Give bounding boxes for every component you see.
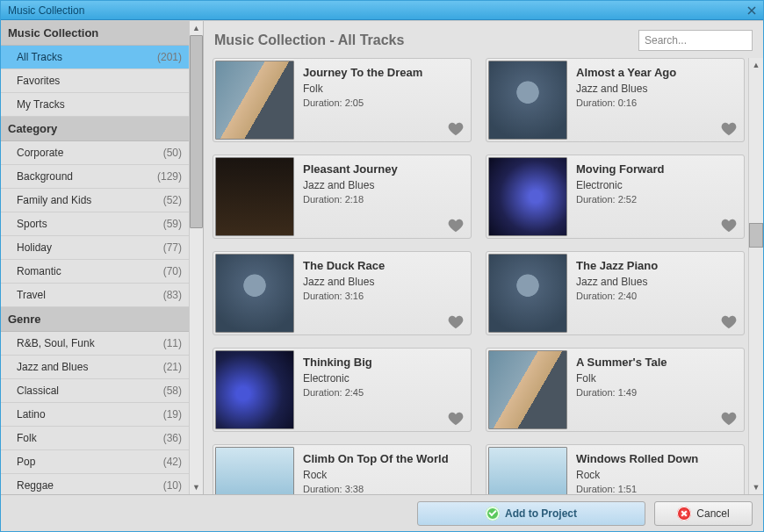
sidebar-item[interactable]: Pop(42) <box>1 450 189 474</box>
sidebar-item[interactable]: Favorites <box>1 69 189 93</box>
heart-icon <box>448 315 464 329</box>
close-button[interactable] <box>744 4 760 17</box>
sidebar-item-count: (19) <box>163 408 182 421</box>
main-scroll-track[interactable] <box>749 72 763 480</box>
track-title: The Duck Race <box>303 259 464 272</box>
main-scroll-down[interactable]: ▼ <box>749 480 763 494</box>
track-card[interactable]: The Jazz PianoJazz and BluesDuration: 2:… <box>486 251 745 335</box>
favorite-button[interactable] <box>448 219 464 233</box>
sidebar-item-label: Family and Kids <box>17 194 163 206</box>
track-genre: Folk <box>303 83 464 95</box>
track-genre: Rock <box>576 469 737 481</box>
sidebar-item-count: (201) <box>157 51 182 63</box>
track-card[interactable]: Pleasant JourneyJazz and BluesDuration: … <box>213 155 472 239</box>
track-genre: Electronic <box>576 179 737 191</box>
sidebar-section-header: Genre <box>1 307 189 332</box>
track-thumbnail <box>488 350 567 429</box>
track-card[interactable]: Journey To the DreamFolkDuration: 2:05 <box>213 58 472 142</box>
main-title: Music Collection - All Tracks <box>214 32 631 48</box>
sidebar-item[interactable]: Background(129) <box>1 165 189 189</box>
scroll-track[interactable] <box>190 35 203 480</box>
track-thumbnail <box>215 157 294 236</box>
search-input[interactable] <box>638 30 753 51</box>
track-card[interactable]: A Summer's TaleFolkDuration: 1:49 <box>486 348 745 432</box>
sidebar-item-count: (70) <box>163 265 182 277</box>
sidebar-item[interactable]: Corporate(50) <box>1 141 189 165</box>
track-card[interactable]: Thinking BigElectronicDuration: 2:45 <box>213 348 472 432</box>
sidebar-item[interactable]: Jazz and Blues(21) <box>1 356 189 379</box>
sidebar-section-header: Category <box>1 117 189 141</box>
scroll-down-button[interactable]: ▼ <box>190 480 203 494</box>
sidebar-item[interactable]: Classical(58) <box>1 379 189 403</box>
sidebar-item-label: Classical <box>17 385 163 397</box>
sidebar-item-count: (42) <box>163 456 182 468</box>
cancel-button[interactable]: Cancel <box>654 501 753 526</box>
sidebar: Music CollectionAll Tracks(201)Favorites… <box>1 21 204 494</box>
scroll-thumb[interactable] <box>190 35 203 228</box>
sidebar-item-label: Holiday <box>17 241 163 254</box>
favorite-button[interactable] <box>448 315 464 329</box>
sidebar-item[interactable]: Travel(83) <box>1 284 189 307</box>
track-duration: Duration: 2:40 <box>576 291 737 301</box>
track-info: Moving ForwardElectronicDuration: 2:52 <box>569 155 744 238</box>
sidebar-item-label: Background <box>17 170 157 183</box>
favorite-button[interactable] <box>721 412 737 426</box>
track-info: Pleasant JourneyJazz and BluesDuration: … <box>296 155 471 238</box>
track-card[interactable]: Almost a Year AgoJazz and BluesDuration:… <box>486 58 745 142</box>
sidebar-item[interactable]: Latino(19) <box>1 403 189 427</box>
sidebar-item[interactable]: Folk(36) <box>1 427 189 450</box>
track-info: The Duck RaceJazz and BluesDuration: 3:1… <box>296 252 471 334</box>
track-duration: Duration: 2:52 <box>576 194 737 205</box>
sidebar-item[interactable]: Romantic(70) <box>1 260 189 284</box>
heart-icon <box>721 315 737 329</box>
track-card[interactable]: The Duck RaceJazz and BluesDuration: 3:1… <box>213 251 472 335</box>
main-scroll-thumb[interactable] <box>749 223 763 248</box>
favorite-button[interactable] <box>721 315 737 329</box>
track-thumbnail <box>215 254 294 333</box>
favorite-button[interactable] <box>448 412 464 426</box>
favorite-button[interactable] <box>448 122 464 136</box>
sidebar-item[interactable]: Reggae(10) <box>1 474 189 494</box>
track-thumbnail <box>488 61 567 140</box>
main-scroll-up[interactable]: ▲ <box>749 58 763 72</box>
sidebar-item-count: (10) <box>163 479 182 492</box>
heart-icon <box>721 219 737 233</box>
track-title: Moving Forward <box>576 162 737 176</box>
track-thumbnail <box>215 447 294 494</box>
track-duration: Duration: 3:38 <box>303 484 464 494</box>
sidebar-item[interactable]: Holiday(77) <box>1 236 189 260</box>
track-card[interactable]: Climb On Top Of the WorldRockDuration: 3… <box>213 444 472 494</box>
sidebar-scrollbar[interactable]: ▲ ▼ <box>189 21 203 494</box>
track-thumbnail <box>215 61 294 140</box>
sidebar-item-label: Romantic <box>17 265 163 277</box>
close-icon <box>747 6 756 15</box>
track-duration: Duration: 0:16 <box>576 97 737 108</box>
track-info: Journey To the DreamFolkDuration: 2:05 <box>296 59 471 141</box>
sidebar-item[interactable]: Sports(59) <box>1 212 189 236</box>
track-card[interactable]: Moving ForwardElectronicDuration: 2:52 <box>486 155 745 239</box>
sidebar-item-label: Reggae <box>17 479 163 492</box>
sidebar-item-count: (83) <box>163 289 182 301</box>
track-duration: Duration: 1:49 <box>576 387 737 398</box>
track-duration: Duration: 3:16 <box>303 291 464 301</box>
sidebar-item-label: Sports <box>17 218 163 230</box>
track-card[interactable]: Windows Rolled DownRockDuration: 1:51 <box>486 444 745 494</box>
favorite-button[interactable] <box>721 219 737 233</box>
sidebar-item-count: (129) <box>157 170 182 183</box>
scroll-up-button[interactable]: ▲ <box>190 21 203 35</box>
sidebar-item[interactable]: Family and Kids(52) <box>1 189 189 212</box>
sidebar-item-label: Folk <box>17 432 163 444</box>
main: Music Collection - All Tracks Journey To… <box>204 21 763 494</box>
track-title: A Summer's Tale <box>576 356 737 369</box>
sidebar-item[interactable]: My Tracks <box>1 93 189 117</box>
add-to-project-button[interactable]: Add to Project <box>417 501 645 526</box>
titlebar: Music Collection <box>1 1 763 20</box>
sidebar-item-label: Corporate <box>17 147 163 159</box>
track-title: Almost a Year Ago <box>576 66 737 79</box>
main-header: Music Collection - All Tracks <box>204 21 763 58</box>
sidebar-item[interactable]: R&B, Soul, Funk(11) <box>1 332 189 356</box>
main-scrollbar[interactable]: ▲ ▼ <box>748 58 763 494</box>
sidebar-item[interactable]: All Tracks(201) <box>1 46 189 69</box>
sidebar-item-count: (11) <box>163 337 182 349</box>
favorite-button[interactable] <box>721 122 737 136</box>
